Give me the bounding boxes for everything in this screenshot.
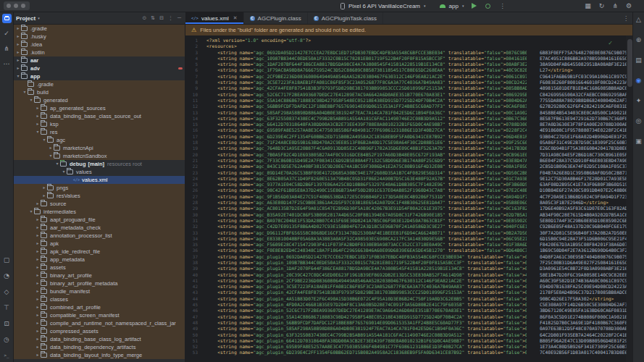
tree-item-bundle_manifest[interactable]: ▸bundle_manifest — [14, 287, 185, 295]
device-manager-icon[interactable]: ▦ — [585, 0, 591, 12]
tree-item-data_binding_base_class_log_artifact[interactable]: ▸data_binding_base_class_log_artifact — [14, 335, 185, 343]
code-line[interactable]: 47 <string name="agc_plugin_55A14C886867… — [185, 314, 633, 320]
code-line[interactable]: 20 <string name="agc_7B0A5F82C4D1E693805… — [185, 152, 633, 158]
code-line[interactable]: 18 <string name="agc_71F24A8CE0D59B163BD… — [185, 140, 633, 146]
code-line[interactable]: 44 <string name="agc_plugin_4A51B83D07E2… — [185, 296, 633, 302]
tree-toggle-icon[interactable]: ▾ — [35, 128, 41, 136]
code-line[interactable]: 7 <string name="agc_2CF9BE2236D083608064… — [185, 74, 633, 80]
code-line[interactable]: 24 <string name="agc_8E62B05A37C1D49F826… — [185, 176, 633, 182]
tree-item-res[interactable]: ▾res — [14, 128, 185, 136]
locate-file-icon[interactable]: ⊙ — [142, 15, 146, 21]
code-line[interactable]: 8 <string name="agc_3C5E7223FA18AEB1FFA0… — [185, 80, 633, 85]
tree-item-generated[interactable]: ▾generated — [14, 96, 185, 104]
tree-item-binary_art_profile[interactable]: ▸binary_art_profile — [14, 272, 185, 279]
tree-item-.husky[interactable]: ▸.husky — [14, 33, 185, 41]
tree-item-aapt_proguard_file[interactable]: ▸aapt_proguard_file — [14, 216, 185, 224]
tree-toggle-icon[interactable]: ▸ — [35, 351, 41, 359]
collapse-all-icon[interactable]: ⊟ — [159, 15, 164, 21]
more-run-options-icon[interactable]: ⋮ — [499, 3, 505, 9]
tree-toggle-icon[interactable]: ▸ — [35, 303, 41, 311]
tab-agcplugin-class[interactable]: C AGCPlugin.class — [244, 12, 308, 24]
build-icon[interactable]: ⊡ — [4, 320, 9, 327]
run-configuration-selector[interactable]: app — [449, 3, 459, 9]
tree-item-data_binding_base_class_source_out[interactable]: ▸data_binding_base_class_source_out — [14, 112, 185, 120]
code-line[interactable]: 5 <string name="agc_1DAF207BF644F386CEA8… — [185, 62, 633, 67]
code-line[interactable]: 33 <string name="agc_D96112FBF656558C806… — [185, 230, 633, 236]
tree-item-resValues[interactable]: ▸resValues — [14, 192, 185, 200]
tree-toggle-icon[interactable]: ▸ — [15, 64, 21, 72]
terminal-icon[interactable]: >_ — [4, 352, 9, 359]
tab-options-icon[interactable]: ⋮ — [623, 15, 633, 22]
tree-toggle-icon[interactable]: ▾ — [41, 136, 47, 144]
editor-scrollbar-thumb[interactable] — [627, 39, 632, 87]
code-view[interactable]: 1<?xml version="1.0" encoding="utf-8"?>2… — [185, 38, 633, 362]
tree-toggle-icon[interactable]: ▸ — [48, 144, 54, 152]
window-controls[interactable] — [4, 1, 30, 10]
chevron-down-icon[interactable]: ▾ — [462, 4, 464, 8]
code-line[interactable]: 22 <string name="agc_843C19D5E762A40BF38… — [185, 164, 633, 169]
tree-item-agc[interactable]: ▾agc — [14, 136, 185, 144]
tree-toggle-icon[interactable]: ▸ — [35, 279, 41, 287]
app-quality-insights-icon[interactable]: ◇ — [4, 288, 9, 295]
tree-toggle-icon[interactable]: ▾ — [22, 88, 28, 96]
tree-item-adv[interactable]: ▸adv — [14, 64, 185, 72]
tree-toggle-icon[interactable]: ▸ — [35, 335, 41, 343]
tree-item-aar[interactable]: ▸aar — [14, 56, 185, 64]
inspections-ok-icon[interactable]: ✓ — [608, 40, 613, 46]
code-line[interactable]: 52 <string name="agc_plugin_69589FA8E525… — [185, 344, 633, 350]
tree-toggle-icon[interactable]: ▸ — [35, 200, 41, 208]
code-line[interactable]: 53 <string name="agc_plugin_6D239E4C2FF1… — [185, 350, 633, 355]
device-explorer-icon[interactable]: ▤ — [635, 56, 642, 64]
tree-item-apk[interactable]: ▸apk — [14, 240, 185, 248]
tree-toggle-icon[interactable]: ▸ — [15, 25, 21, 33]
tree-item-debug[interactable]: ▾debug[main]resources root — [14, 160, 185, 168]
code-line[interactable]: 51 <string name="agc_plugin_66412D703186… — [185, 338, 633, 344]
tree-item-compile_and_runtime_not_namespaced_r_class_jar[interactable]: ▸compile_and_runtime_not_namespaced_r_cl… — [14, 319, 185, 327]
code-line[interactable]: 29 <string name="agc_AC80135B7D2E64F9A01… — [185, 206, 633, 211]
code-line[interactable]: 41 <string name="agc_plugin_2CF9BE2236D0… — [185, 278, 633, 284]
tab-agcplugintask-class[interactable]: C AGCPluginTask.class — [308, 12, 383, 24]
problems-icon[interactable]: ◷ — [4, 336, 9, 343]
close-tab-icon[interactable]: ✕ — [233, 15, 238, 21]
code-line[interactable]: 11 <string name="agc_55A14C88686718883C9… — [185, 98, 633, 104]
tree-toggle-icon[interactable]: ▸ — [35, 319, 41, 327]
code-line[interactable]: 37 <string name="agc_plugin_0692DA05D214… — [185, 254, 633, 260]
tree-item-marketcnApi[interactable]: ▸marketcnApi — [14, 144, 185, 152]
tree-item-compatible_screen_manifest[interactable]: ▸compatible_screen_manifest — [14, 311, 185, 319]
tree-toggle-icon[interactable]: ▸ — [35, 287, 41, 295]
code-line[interactable]: 16 <string name="agc_69589FA8E5257AA8E3C… — [185, 127, 633, 133]
tree-toggle-icon[interactable]: ▸ — [35, 311, 41, 319]
tree-item-file-values.xml[interactable]: </>values.xml — [14, 176, 185, 184]
tree-toggle-icon[interactable]: ▸ — [35, 295, 41, 303]
tree-toggle-icon[interactable]: ▾ — [28, 96, 34, 104]
tree-item-annotation_processor_list[interactable]: ▸annotation_processor_list — [14, 232, 185, 240]
find-usages-icon[interactable]: ◎ — [636, 117, 642, 125]
tree-toggle-icon[interactable]: ▸ — [41, 192, 47, 200]
tree-toggle-icon[interactable]: ▸ — [15, 33, 21, 41]
code-line[interactable]: 46 <string name="agc_plugin_52C6C717F2BE… — [185, 308, 633, 313]
tree-item-intermediates[interactable]: ▾intermediates — [14, 208, 185, 216]
tree-item-app[interactable]: ▾app — [14, 72, 185, 80]
code-line[interactable]: 13 <string name="agc_585AF298A58B98D886A… — [185, 110, 633, 116]
tree-item-app_metadata[interactable]: ▸app_metadata — [14, 256, 185, 264]
more-options-icon[interactable]: ⋮ — [168, 15, 173, 21]
code-line[interactable]: 34 <string name="agc_E833810048BF05A68A3… — [185, 236, 633, 242]
tree-item-source[interactable]: ▸source — [14, 200, 185, 208]
code-line[interactable]: 19 <string name="agc_7648D3C1A95E20B87F4… — [185, 146, 633, 151]
code-line[interactable]: 39 <string name="agc_plugin_1DAF2070F644… — [185, 266, 633, 272]
tree-item-aar_metadata_check[interactable]: ▸aar_metadata_check — [14, 224, 185, 232]
tree-item-build[interactable]: ▾build — [14, 88, 185, 96]
code-line[interactable]: 36 <string name="agc_F0E8EB2ED4C248348C1… — [185, 248, 633, 253]
project-tool-button[interactable] — [2, 14, 12, 23]
tree-item-assets[interactable]: ▸assets — [14, 264, 185, 272]
code-line[interactable]: 45 <string name="agc_plugin_4FD0A2C46681… — [185, 302, 633, 308]
expand-icon[interactable]: ⇅ — [151, 15, 155, 21]
tree-toggle-icon[interactable]: ▸ — [15, 49, 21, 56]
code-line[interactable]: 48 <string name="agc_plugin_56BB9FCDF7DA… — [185, 320, 633, 326]
code-line[interactable]: 21 <string name="agc_7F33C860B15D49E2A7F… — [185, 158, 633, 164]
tree-toggle-icon[interactable]: ▸ — [35, 343, 41, 351]
tree-item-pngs[interactable]: ▸pngs — [14, 184, 185, 192]
code-line[interactable]: 9 <string name="agc_42CFA4FE8F87541B3B3F… — [185, 85, 633, 91]
tree-toggle-icon[interactable]: ▾ — [48, 152, 54, 160]
tree-toggle-icon[interactable]: ▸ — [15, 41, 21, 49]
